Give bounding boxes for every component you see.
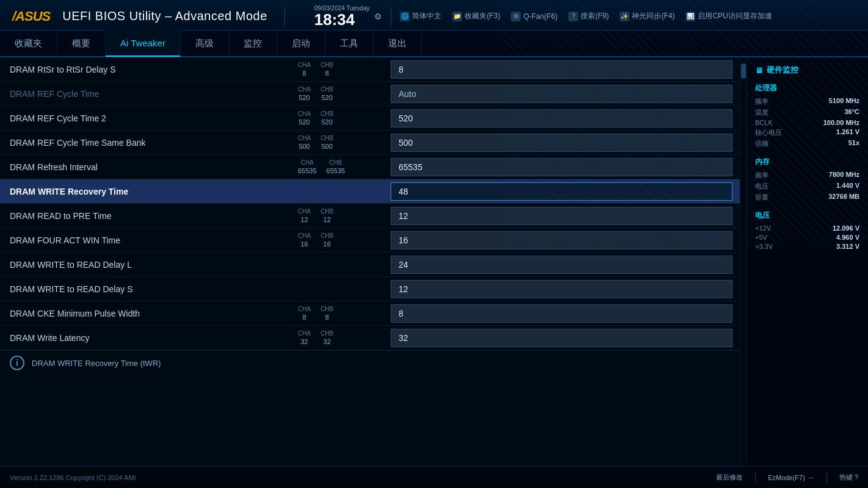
language-button[interactable]: 🌐 简体中文 <box>400 11 441 21</box>
footer-actions: 最后修改 EzMode(F7) → 热键 ? <box>716 473 858 483</box>
cpu-temp-value: 36°C <box>844 108 859 117</box>
value-read-pre[interactable]: 12 <box>391 207 732 225</box>
cpu-memory-button[interactable]: 📊 启用CPU访问显存加速 <box>685 11 772 21</box>
channel-info-ref-same-bank: CHA 500 CHB 500 <box>293 132 391 153</box>
row-dram-write-latency[interactable]: DRAM Write Latency CHA 32 CHB 32 32 <box>0 326 740 350</box>
nav-item-monitor[interactable]: 监控 <box>229 30 277 57</box>
hotkeys-label: 热键 ? <box>839 473 858 482</box>
header: /ASUS UEFI BIOS Utility – Advanced Mode … <box>0 0 868 30</box>
v5-label: +5V <box>755 234 767 241</box>
row-dram-write-read-s[interactable]: DRAM WRITE to READ Delay S 12 <box>0 277 740 301</box>
value-write-read-l[interactable]: 24 <box>391 256 732 274</box>
v33-label: +3.3V <box>755 243 773 250</box>
sidebar-cpu-freq-row: 频率 5100 MHz <box>755 97 859 106</box>
row-dram-read-pre[interactable]: DRAM READ to PRE Time CHA 12 CHB 12 12 <box>0 204 740 228</box>
v12-value: 12.096 V <box>833 224 859 232</box>
value-cke[interactable]: 8 <box>391 304 732 323</box>
ez-mode-button[interactable]: EzMode(F7) → <box>768 474 814 481</box>
header-info: 09/03/2024 Tuesday 18:34 ⚙ 🌐 简体中文 📁 收藏夹(… <box>314 5 856 27</box>
last-modified-button[interactable]: 最后修改 <box>716 473 743 482</box>
nav-item-favorites[interactable]: 收藏夹 <box>0 30 57 57</box>
nav-item-ai-tweaker[interactable]: Ai Tweaker <box>106 30 181 57</box>
setting-name-write-read-s: DRAM WRITE to READ Delay S <box>0 279 293 299</box>
qfan-button[interactable]: ⚙ Q-Fan(F6) <box>511 11 557 21</box>
bios-title: UEFI BIOS Utility – Advanced Mode <box>62 9 267 23</box>
nav-item-tools[interactable]: 工具 <box>325 30 374 57</box>
setting-name-write-latency: DRAM Write Latency <box>0 328 293 348</box>
sidebar-voltage-section: 电压 +12V 12.096 V +5V 4.960 V +3.3V 3.312… <box>755 210 859 250</box>
value-ref-cycle: Auto <box>391 85 732 103</box>
ram-volt-label: 电压 <box>755 182 769 191</box>
aura-sync-button[interactable]: ✨ 神光同步(F4) <box>620 11 675 21</box>
nav-item-overview[interactable]: 概要 <box>57 30 106 57</box>
header-top: /ASUS UEFI BIOS Utility – Advanced Mode … <box>12 0 856 30</box>
setting-name-write-recovery: DRAM WRITE Recovery Time <box>0 182 293 201</box>
ez-mode-label: EzMode(F7) <box>768 474 805 481</box>
scrollbar-thumb[interactable] <box>741 63 746 79</box>
info-section: i DRAM WRITE Recovery Time (tWR) <box>0 350 740 375</box>
value-write-latency[interactable]: 32 <box>391 329 732 347</box>
channel-info-write-recovery <box>293 189 391 194</box>
time-divider <box>391 7 391 26</box>
bclk-label: BCLK <box>755 119 773 126</box>
channel-info-write-read-s <box>293 287 391 292</box>
globe-icon: 🌐 <box>400 12 410 21</box>
row-dram-ref-same-bank[interactable]: DRAM REF Cycle Time Same Bank CHA 500 CH… <box>0 131 740 155</box>
sidebar-33v-row: +3.3V 3.312 V <box>755 243 859 250</box>
channel-info-cke: CHA 8 CHB 8 <box>293 303 391 324</box>
vcore-value: 1.261 V <box>836 128 859 137</box>
value-four-act[interactable]: 16 <box>391 231 732 249</box>
bclk-value: 100.00 MHz <box>823 119 859 126</box>
nav-item-advanced[interactable]: 高级 <box>181 30 229 57</box>
setting-name-ref-same-bank: DRAM REF Cycle Time Same Bank <box>0 133 293 152</box>
value-ref-same-bank[interactable]: 500 <box>391 134 732 152</box>
row-dram-cke[interactable]: DRAM CKE Minimum Pulse Width CHA 8 CHB 8… <box>0 301 740 326</box>
sidebar-bclk-row: BCLK 100.00 MHz <box>755 119 859 126</box>
ram-volt-value: 1.440 V <box>836 182 859 191</box>
hotkeys-button[interactable]: 热键 ? <box>839 473 858 482</box>
datetime: 09/03/2024 Tuesday 18:34 <box>314 5 370 27</box>
sidebar-cpu-section: 处理器 频率 5100 MHz 温度 36°C BCLK 100.00 MHz … <box>755 83 859 148</box>
nav-item-exit[interactable]: 退出 <box>374 30 422 57</box>
value-rtsr[interactable]: 8 <box>391 60 732 79</box>
sidebar-ram-title: 内存 <box>755 157 859 167</box>
setting-name-ref-cycle: DRAM REF Cycle Time <box>0 84 293 104</box>
channel-info-ref-cycle2: CHA 520 CHB 520 <box>293 107 391 129</box>
main-layout: DRAM RtSr to RtSr Delay S CHA 8 CHB 8 8 … <box>0 57 868 465</box>
setting-name-ref-cycle2: DRAM REF Cycle Time 2 <box>0 109 293 128</box>
info-icon: i <box>10 356 24 370</box>
footer: Version 2.22.1286 Copyright (C) 2024 AMI… <box>0 466 868 488</box>
ram-freq-value: 7800 MHz <box>829 171 859 180</box>
row-dram-write-read-l[interactable]: DRAM WRITE to READ Delay L 24 <box>0 253 740 277</box>
value-ref-cycle2[interactable]: 520 <box>391 109 732 127</box>
scrollbar[interactable] <box>740 57 746 465</box>
sidebar-cpu-temp-row: 温度 36°C <box>755 108 859 117</box>
footer-version: Version 2.22.1286 Copyright (C) 2024 AMI <box>10 474 136 481</box>
search-button[interactable]: ? 搜索(F9) <box>568 11 609 21</box>
folder-icon: 📁 <box>452 12 462 21</box>
sidebar-12v-row: +12V 12.096 V <box>755 224 859 232</box>
channel-info-refresh-interval: CHA 65535 CHB 65535 <box>293 156 391 178</box>
value-write-read-s[interactable]: 12 <box>391 280 732 298</box>
nav-item-boot[interactable]: 启动 <box>277 30 325 57</box>
row-dram-four-act[interactable]: DRAM FOUR ACT WIN Time CHA 16 CHB 16 16 <box>0 228 740 253</box>
ram-cap-value: 32768 MB <box>828 193 859 202</box>
value-refresh-interval[interactable]: 65535 <box>391 158 732 176</box>
setting-name-cke: DRAM CKE Minimum Pulse Width <box>0 304 293 323</box>
value-write-recovery[interactable]: 48 <box>391 182 732 201</box>
settings-content: DRAM RtSr to RtSr Delay S CHA 8 CHB 8 8 … <box>0 57 740 465</box>
row-dram-rtsr[interactable]: DRAM RtSr to RtSr Delay S CHA 8 CHB 8 8 <box>0 57 740 82</box>
favorites-button[interactable]: 📁 收藏夹(F3) <box>452 11 500 21</box>
row-dram-ref-cycle2[interactable]: DRAM REF Cycle Time 2 CHA 520 CHB 520 52… <box>0 106 740 131</box>
multi-label: 倍频 <box>755 139 769 148</box>
cpu-icon: 📊 <box>685 12 695 21</box>
setting-name-four-act: DRAM FOUR ACT WIN Time <box>0 231 293 250</box>
asus-logo: /ASUS <box>12 9 50 24</box>
navigation-bar: 收藏夹 概要 Ai Tweaker 高级 监控 启动 工具 退出 <box>0 30 868 57</box>
sidebar-ram-cap-row: 容量 32768 MB <box>755 193 859 202</box>
row-dram-write-recovery[interactable]: DRAM WRITE Recovery Time 48 <box>0 179 740 204</box>
channel-info-write-latency: CHA 32 CHB 32 <box>293 327 391 348</box>
settings-gear-icon[interactable]: ⚙ <box>374 12 382 21</box>
row-dram-refresh-interval[interactable]: DRAM Refresh Interval CHA 65535 CHB 6553… <box>0 155 740 179</box>
sidebar-ram-volt-row: 电压 1.440 V <box>755 182 859 191</box>
